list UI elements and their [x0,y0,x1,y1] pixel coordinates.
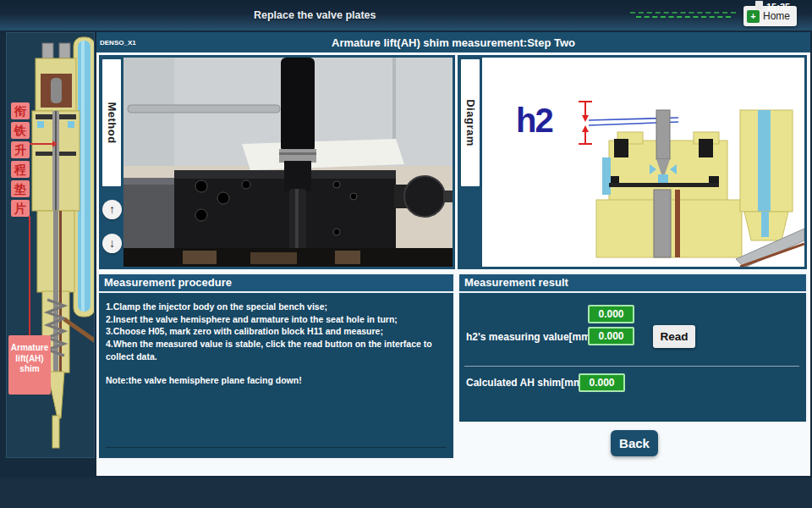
result-header: Measurement result [459,274,806,293]
h2-measurement-diagram [482,58,804,267]
calculated-shim-field: 0.000 [579,373,625,392]
back-button[interactable]: Back [611,430,658,456]
android-nav-bar: Language EingLish ▼ [0,478,812,508]
calculated-shim-label: Calculated AH shim[mm] [466,377,586,389]
h2-annotation: h2 [516,102,552,140]
divider [464,366,799,367]
battery-icon [755,1,763,9]
method-tab[interactable]: Method [102,59,121,186]
diagram-panel: Diagram [458,55,807,269]
armature-shim-label: Armature lift(AH) shim [8,335,51,395]
h2-value-label: h2's measuring value[mm] [466,331,594,343]
chinese-label-char: 程 [11,161,30,178]
pointer-line [29,216,30,335]
method-tab-label: Method [102,59,121,186]
procedure-step: 1.Clamp the injector body on the special… [106,301,447,313]
method-panel: Method ↑ ↓ [99,55,455,269]
spacer [106,362,447,374]
measurement-procedure-panel: Measurement procedure 1.Clamp the inject… [97,273,455,460]
step-header-bar: DENSO_X1 Armature lift(AH) shim measurem… [96,32,810,52]
scroll-up-button[interactable]: ↑ [102,200,122,219]
diagram-tab-label: Diagram [461,59,480,186]
chinese-label-char: 铁 [11,122,30,139]
procedure-text: 1.Clamp the injector body on the special… [99,293,453,395]
scroll-down-button[interactable]: ↓ [102,234,122,253]
result-body: h2's measuring value[mm] 0.000 0.000 Rea… [459,293,806,422]
measurement-fixture-photo [123,58,453,267]
pointer-line [30,143,53,145]
chinese-label-char: 衔 [11,102,30,119]
procedure-step: 2.Insert the valve hemisphere and armatu… [106,313,447,326]
diagram-tab[interactable]: Diagram [461,59,480,186]
page-title: Replace the valve plates [254,9,376,21]
chinese-label-char: 垫 [11,180,30,197]
step-title: Armature lift(AH) shim measurement:Step … [96,36,810,49]
status-dashes-icon [630,12,736,14]
clock: 15:35 [766,2,790,12]
main-content: DENSO_X1 Armature lift(AH) shim measurem… [96,32,810,476]
diagram-rail: Diagram [460,58,482,267]
method-rail: Method ↑ ↓ [102,58,123,267]
divider [106,447,447,448]
read-button[interactable]: Read [653,325,695,348]
procedure-header: Measurement procedure [99,274,453,293]
chinese-label-char: 片 [11,200,30,217]
diagram-image: h2 [482,58,804,267]
procedure-step: 3.Choose H05, mark zero with calibration… [106,325,447,338]
top-bar: Replace the valve plates + Home 15:35 [0,0,812,30]
chinese-label-char: 升 [11,141,30,158]
h2-value-field-1: 0.000 [588,305,634,323]
method-photo [123,58,453,267]
home-button-label: Home [763,10,790,22]
h2-value-field-2: 0.000 [588,327,634,345]
injector-illustration-panel: 衔 铁 升 程 垫 片 Armature lift(AH) shim [6,32,95,458]
procedure-step: 4.When the measured value is stable, cli… [106,338,447,362]
measurement-result-panel: Measurement result h2's measuring value[… [458,273,808,423]
status-underline-icon [636,16,731,18]
procedure-note: Note:the valve hemisphere plane facing d… [106,374,447,387]
home-icon: + [747,10,760,23]
